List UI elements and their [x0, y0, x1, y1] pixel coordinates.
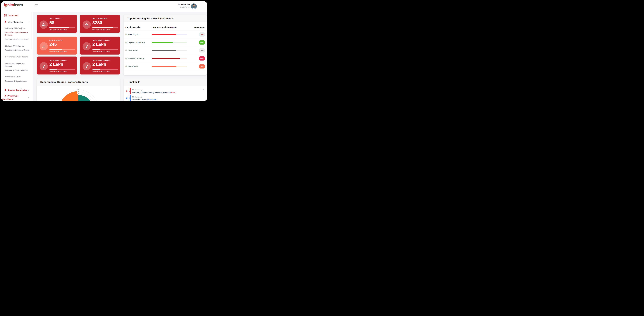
app-window: ignitolearn Dashboard — [1, 1, 208, 101]
stat-progress-track — [92, 69, 118, 69]
faculty-name: Dr Honey Chaudhary — [126, 57, 144, 59]
completion-bar-fill — [152, 50, 176, 51]
stat-progress-track — [50, 27, 75, 28]
sidebar-scrollbar[interactable] — [32, 12, 32, 49]
timeline-message-text: New order placed — [132, 98, 148, 100]
column-header-faculty-details: Faculty Details — [126, 26, 140, 28]
sidebar-subitem-university-wide-analytics[interactable]: University-Wide Analytics — [5, 27, 30, 29]
stat-icon-circle — [40, 62, 48, 70]
table-row-empty — [124, 70, 206, 75]
stat-card-total-fees-2[interactable]: TOTAL FEES COLLECT 2 Lakh 30% Increase i… — [37, 56, 77, 74]
sidebar-item-dashboard[interactable]: Dashboard — [4, 14, 18, 16]
stat-icon-circle — [40, 42, 48, 50]
coins-icon — [84, 64, 89, 68]
completion-bar-track — [152, 50, 187, 51]
top-performing-panel: Top Performing Faculties/Departments Fac… — [124, 15, 206, 75]
sidebar: ignitolearn Dashboard — [1, 1, 33, 101]
stat-card-new-students[interactable]: NEW STUDENTS 245 50% Increase in 25 Days — [37, 36, 77, 54]
sidebar-subitem-ai-powered-insights[interactable]: AI-Powered Insights (via IgnitoAI) — [5, 62, 30, 67]
sidebar-item-label: Vice Chancellor — [8, 21, 23, 23]
stat-label: TOTAL FEES COLLECT — [92, 39, 110, 41]
completion-bar-track — [152, 66, 187, 67]
stat-caption: 30% Increase in 30 Days — [50, 70, 67, 72]
percentage-badge: 70% — [199, 48, 205, 52]
radial-tick-18: 18 — [78, 90, 79, 92]
completion-bar-fill — [152, 66, 176, 67]
stat-caption: 30% Increase in 30 Days — [92, 50, 110, 52]
coins-icon — [42, 64, 46, 68]
sidebar-subitem-faculty-engagement-monitor[interactable]: Faculty Engagement Monitor — [5, 38, 30, 40]
stat-value: 2 Lakh — [92, 62, 106, 67]
stat-label: TOTAL FACULTY — [50, 18, 62, 19]
panel-title: Timeline 2 — [127, 81, 140, 83]
timeline-highlight-amount[interactable]: $500. — [171, 91, 176, 93]
table-row[interactable]: Dr.Meet Nayak 70% — [124, 30, 206, 38]
faculty-name: Dr Mansi Patel — [126, 65, 138, 67]
sidebar-subitem-strategic-kpi-indicators[interactable]: Strategic KPI Indicators — [5, 45, 30, 47]
timeline-flag-red — [130, 88, 130, 94]
table-row[interactable]: Dr Honey Chaudhary 80% — [124, 54, 206, 62]
timeline-dot-red — [126, 90, 128, 92]
completion-bar-fill — [152, 34, 176, 35]
sidebar-subitem-calendar-event-highlights[interactable]: Calendar & Event Highlights — [5, 69, 30, 71]
table-header-row: Faculty Details Course Completion Ratio … — [124, 25, 206, 30]
stat-card-total-faculty[interactable]: TOTAL FACULTY 58 76% Increase in 20 Days — [37, 15, 77, 33]
stat-caption: 50% Increase in 25 Days — [50, 50, 67, 52]
sidebar-subitem-administrative-alerts[interactable]: Administrative Alerts — [5, 75, 30, 78]
chart-slice-teal[interactable] — [78, 95, 94, 101]
user-photo-avatar[interactable] — [191, 3, 197, 9]
timeline-highlight-order-id[interactable]: #XF-2356. — [148, 98, 157, 100]
radial-tick-20: 20 — [78, 88, 79, 90]
stat-progress-fill — [50, 27, 69, 28]
sidebar-subitem-feedback-grievance-trends[interactable]: Feedback & Grievance Trends — [5, 49, 30, 51]
user-role: Super Admin — [178, 6, 190, 8]
stat-progress-track — [92, 49, 118, 50]
hamburger-menu-icon[interactable] — [35, 4, 38, 7]
stat-value: 2 Lakh — [50, 62, 63, 67]
sidebar-item-label-line2: Coordinator — [2, 98, 14, 100]
chevron-right-icon — [28, 89, 29, 91]
table-row[interactable]: Dr Jayesh Chaudhary 60% — [124, 38, 206, 46]
completion-bar-track — [152, 42, 187, 43]
polar-area-chart[interactable]: 20 18 16 — [37, 86, 120, 101]
stat-card-total-students[interactable]: TOTAL STUDENTS 3280 80% Increase in 20 D… — [80, 15, 120, 33]
brand-logo[interactable]: ignitolearn — [4, 3, 23, 7]
stat-value: 58 — [50, 20, 54, 25]
brand-logo-text-dark: learn — [14, 3, 23, 7]
sidebar-subitem-governance-audit-reports[interactable]: Governance & Audit Reports — [5, 56, 30, 58]
table-row[interactable]: Dr Yash Patel 70% — [124, 46, 206, 54]
stat-value: 2 Lakh — [92, 42, 106, 47]
person-outline-icon — [42, 44, 46, 48]
timeline-message-text: Youtube, a video-sharing website, goes l… — [132, 91, 170, 93]
stat-progress-fill — [92, 27, 113, 28]
sidebar-item-label: Dashboard — [8, 14, 18, 16]
stat-card-total-fees-3[interactable]: TOTAL FEES COLLECT 2 Lakh 30% Increase i… — [80, 56, 120, 74]
sidebar-subitem-school-faculty-performance-overview[interactable]: School/Faculty Performance Overview — [5, 31, 30, 36]
panel-title: Top Performing Faculties/Departments — [127, 17, 174, 20]
timeline-dot-blue — [126, 97, 128, 99]
completion-bar-track — [152, 34, 187, 35]
sidebar-subitem-document-report-access[interactable]: Document & Report Access — [5, 80, 30, 82]
panel-header-strip: Departmental Course Progress Reports — [37, 78, 120, 86]
stat-progress-track — [92, 27, 118, 28]
stat-progress-fill — [92, 69, 100, 69]
sidebar-item-label-line1: Programme — [8, 95, 18, 97]
table-row[interactable]: Dr Mansi Patel 70% — [124, 62, 206, 70]
chart-slice-orange[interactable] — [59, 91, 78, 101]
top-header: Manish Salvi Super Admin — [32, 1, 208, 12]
stat-value: 245 — [50, 42, 57, 47]
stat-card-total-fees-1[interactable]: TOTAL FEES COLLECT 2 Lakh 30% Increase i… — [80, 36, 120, 54]
faculty-name: Dr Yash Patel — [126, 49, 138, 51]
avatar-illustration — [191, 3, 197, 9]
chevron-up-icon[interactable] — [203, 89, 204, 90]
stat-label: TOTAL FEES COLLECT — [50, 59, 68, 61]
panel-header-strip: Top Performing Faculties/Departments — [124, 15, 206, 22]
completion-bar-track — [152, 58, 187, 59]
chevron-right-icon — [28, 96, 29, 98]
percentage-badge: 80% — [199, 56, 205, 60]
sidebar-item-vice-chancellor[interactable]: Vice Chancellor — [4, 21, 30, 23]
user-info[interactable]: Manish Salvi Super Admin — [178, 3, 190, 8]
timeline-timestamp: 20 minutes ago — [132, 96, 142, 98]
sidebar-item-label: Course Coordinator — [8, 89, 27, 91]
sidebar-item-course-coordinator[interactable]: Course Coordinator — [4, 89, 27, 91]
